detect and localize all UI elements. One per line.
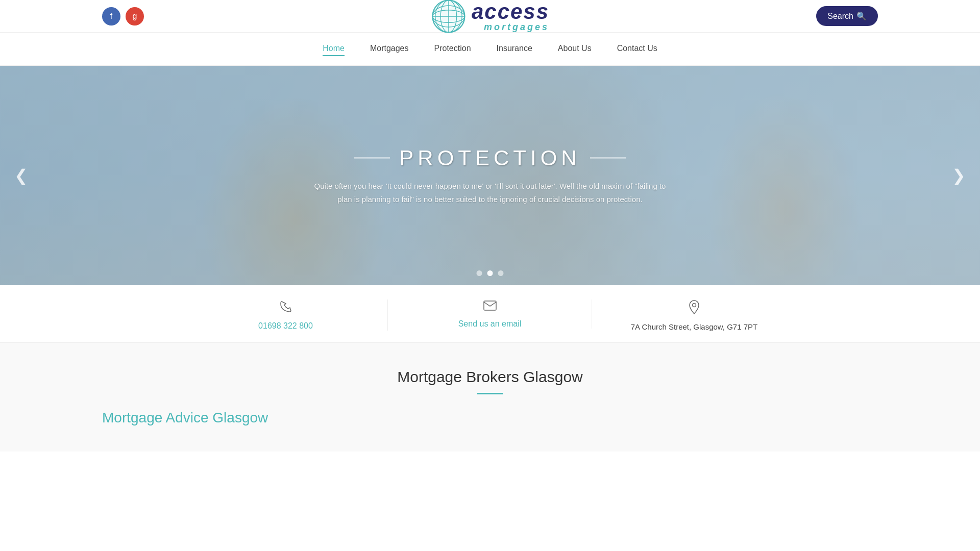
- hero-title-row: PROTECTION: [311, 146, 669, 170]
- section-subtitle: Mortgage Advice Glasgow: [102, 410, 878, 426]
- nav-about-us[interactable]: About Us: [558, 42, 592, 56]
- nav-insurance[interactable]: Insurance: [497, 42, 532, 56]
- phone-number[interactable]: 01698 322 800: [258, 321, 313, 331]
- facebook-icon[interactable]: f: [102, 7, 120, 26]
- slider-dot-3[interactable]: [498, 270, 504, 276]
- logo[interactable]: access mortgages: [431, 0, 549, 34]
- email-link[interactable]: Send us an email: [458, 319, 522, 329]
- hero-slider: ❮ PROTECTION Quite often you hear 'It co…: [0, 66, 980, 285]
- svg-point-9: [693, 304, 696, 307]
- slider-dot-2[interactable]: [487, 270, 493, 276]
- svg-rect-8: [484, 301, 496, 310]
- hero-title-line-right: [590, 158, 626, 159]
- logo-access: access: [472, 1, 549, 22]
- address-text: 7A Church Street, Glasgow, G71 7PT: [631, 322, 757, 331]
- header: f g access mortgages Search 🔍: [0, 0, 980, 33]
- logo-text: access mortgages: [472, 1, 549, 32]
- nav-contact-us[interactable]: Contact Us: [617, 42, 657, 56]
- slider-prev-button[interactable]: ❮: [5, 161, 37, 190]
- phone-icon: [279, 299, 293, 317]
- nav-protection[interactable]: Protection: [434, 42, 471, 56]
- hero-content: PROTECTION Quite often you hear 'It coul…: [311, 146, 669, 206]
- location-icon: [688, 299, 700, 318]
- logo-globe-icon: [431, 0, 467, 34]
- contact-address: 7A Church Street, Glasgow, G71 7PT: [592, 299, 796, 331]
- section-title: Mortgage Brokers Glasgow: [102, 368, 878, 386]
- section-divider: [477, 393, 503, 394]
- email-icon: [483, 299, 497, 315]
- search-icon: 🔍: [856, 11, 867, 21]
- search-button[interactable]: Search 🔍: [816, 6, 878, 26]
- hero-title: PROTECTION: [399, 146, 580, 170]
- contact-bar: 01698 322 800 Send us an email 7A Church…: [0, 285, 980, 343]
- main-nav: Home Mortgages Protection Insurance Abou…: [0, 33, 980, 66]
- contact-email: Send us an email: [388, 299, 592, 329]
- slider-next-button[interactable]: ❯: [943, 161, 975, 190]
- hero-title-line-left: [354, 158, 390, 159]
- contact-phone: 01698 322 800: [184, 299, 388, 331]
- hero-description: Quite often you hear 'It could never hap…: [311, 180, 669, 206]
- google-icon[interactable]: g: [126, 7, 144, 26]
- slider-dots: [477, 270, 504, 276]
- social-links: f g: [102, 7, 144, 26]
- search-label: Search: [827, 12, 853, 21]
- svg-point-7: [433, 1, 464, 32]
- logo-mortgages: mortgages: [472, 22, 549, 32]
- slider-dot-1[interactable]: [477, 270, 482, 276]
- nav-mortgages[interactable]: Mortgages: [370, 42, 409, 56]
- nav-home[interactable]: Home: [323, 42, 345, 56]
- main-content: Mortgage Brokers Glasgow Mortgage Advice…: [0, 343, 980, 452]
